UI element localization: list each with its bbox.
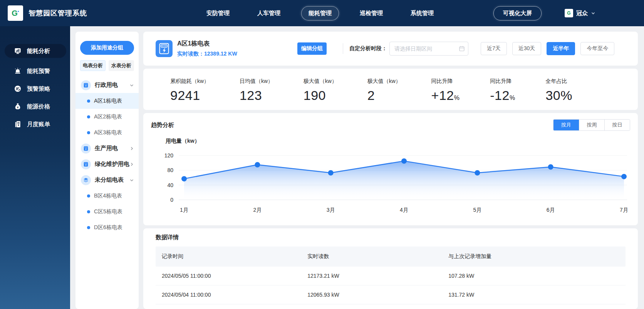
stat-value: 2 [367, 88, 401, 103]
meter-item-label: D区6栋电表 [94, 224, 122, 231]
table-body: 2024/05/05 11:00:0012173.21 kW107.28 kW2… [156, 267, 626, 304]
trend-tab[interactable]: 按月 [553, 120, 579, 130]
stat-item: 极大值（kw）2 [367, 78, 401, 103]
logo-icon: G▪ [12, 9, 19, 17]
sidebar-item[interactable]: 能耗分析 [5, 44, 66, 58]
edit-group-button[interactable]: 编辑分组 [297, 42, 327, 55]
period-label: 自定分析时段： [349, 45, 387, 52]
date-range-picker [389, 42, 468, 56]
meter-item[interactable]: A区3栋电表 [75, 125, 139, 140]
range-button[interactable]: 近半年 [547, 42, 575, 55]
meter-group-label: 未分组电表 [95, 176, 124, 184]
meter-item-label: A区1栋电表 [94, 98, 122, 105]
topbar: G▪ 智慧园区管理系统 安防管理人车管理能耗管理巡检管理系统管理 可视化大屏 G… [0, 0, 644, 26]
meter-icon [81, 144, 91, 154]
topbar-right: 可视化大屏 G 冠众 [493, 6, 644, 20]
meter-name: A区1栋电表 [177, 40, 273, 48]
stat-item: 极大值（kw）190 [304, 78, 337, 103]
trend-tab[interactable]: 按日 [604, 120, 630, 130]
data-point[interactable] [328, 170, 334, 176]
meter-info: A区1栋电表 实时读数：12389.12 KW [177, 40, 273, 57]
meter-item[interactable]: C区5栋电表 [75, 204, 139, 220]
stats-card: 累积能耗（kw）9241日均值（kw）123极大值（kw）190极大值（kw）2… [143, 69, 638, 110]
top-nav-item[interactable]: 人车管理 [250, 7, 287, 20]
meter-item-label: C区5栋电表 [94, 208, 122, 215]
stat-value: 30% [545, 88, 572, 103]
trend-title: 趋势分析 [151, 122, 174, 129]
table-header-cell: 与上次记录增加量 [442, 253, 626, 260]
dot-icon [87, 226, 90, 229]
sidebar: 能耗分析能耗预警预警策略¥能源价格¥月度账单 [0, 26, 70, 309]
stat-label: 同比升降 [431, 78, 460, 85]
app-logo: G▪ [8, 5, 23, 21]
main-column: A区1栋电表 实时读数：12389.12 KW 编辑分组 自定分析时段： 近7天… [143, 32, 638, 309]
table-cell: 107.28 kW [442, 273, 626, 279]
meter-group-label: 行政用电 [95, 81, 118, 89]
meter-group-label: 绿化维护用电 [95, 160, 129, 168]
add-group-button[interactable]: 添加用途分组 [80, 41, 134, 55]
svg-text:2月: 2月 [253, 207, 262, 213]
data-point[interactable] [255, 162, 260, 167]
sidebar-item[interactable]: 预警策略 [0, 82, 70, 96]
table-title: 数据详情 [156, 234, 626, 241]
stat-suffix: % [510, 95, 515, 101]
date-range-input[interactable] [389, 42, 468, 56]
meter-group[interactable]: 生产用电 [75, 140, 139, 156]
data-point[interactable] [181, 176, 187, 181]
data-point[interactable] [475, 170, 480, 176]
meter-item-label: A区3栋电表 [94, 129, 122, 136]
svg-text:80: 80 [167, 167, 173, 173]
meter-group[interactable]: 绿化维护用电 [75, 156, 139, 172]
top-nav-item[interactable]: 巡检管理 [353, 7, 390, 20]
top-nav: 安防管理人车管理能耗管理巡检管理系统管理 [200, 0, 441, 26]
svg-text:0: 0 [170, 197, 173, 203]
sidebar-item[interactable]: ¥月度账单 [0, 117, 70, 131]
big-screen-button[interactable]: 可视化大屏 [493, 6, 542, 20]
bill-icon: ¥ [14, 120, 22, 128]
dot-icon [87, 210, 90, 213]
meter-item[interactable]: D区6栋电表 [75, 220, 139, 235]
panel-tab[interactable]: 电表分析 [80, 60, 106, 71]
dot-icon [87, 131, 90, 134]
meter-group[interactable]: 未分组电表 [75, 172, 139, 188]
table-header-cell: 记录时间 [156, 253, 301, 260]
meter-item[interactable]: B区4栋电表 [75, 188, 139, 204]
data-point[interactable] [621, 174, 627, 179]
sidebar-item-label: 月度账单 [27, 121, 50, 128]
range-button[interactable]: 今年至今 [580, 42, 614, 55]
alarm-icon [14, 67, 22, 75]
stat-item: 累积能耗（kw）9241 [170, 78, 209, 103]
trend-card: 趋势分析 按月按周按日 用电量（kw） 040801201月2月3月4月5月6月… [143, 113, 638, 225]
sidebar-item-label: 能源价格 [27, 103, 50, 110]
top-nav-item[interactable]: 系统管理 [404, 7, 441, 20]
table-cell: 12065.93 kW [301, 292, 442, 298]
chevron-down-icon [129, 178, 134, 182]
stat-value: -12% [490, 88, 515, 103]
sidebar-menu: 能耗分析能耗预警预警策略¥能源价格¥月度账单 [0, 44, 70, 131]
stat-item: 日均值（kw）123 [240, 78, 273, 103]
top-nav-item[interactable]: 安防管理 [200, 7, 236, 20]
data-point[interactable] [401, 158, 407, 164]
top-nav-item[interactable]: 能耗管理 [301, 6, 339, 20]
meter-item-label: B区4栋电表 [94, 192, 122, 199]
svg-text:40: 40 [167, 182, 173, 188]
range-button[interactable]: 近7天 [481, 42, 507, 55]
panel-tab[interactable]: 水表分析 [109, 60, 134, 71]
sidebar-item[interactable]: 能耗预警 [0, 64, 70, 78]
trend-tab[interactable]: 按周 [579, 120, 604, 130]
dot-icon [87, 115, 90, 118]
data-point[interactable] [548, 164, 553, 170]
table-cell: 131.72 kW [442, 292, 626, 298]
range-button[interactable]: 近30天 [512, 42, 542, 55]
stat-label: 全年占比 [545, 78, 572, 85]
user-menu[interactable]: G 冠众 [565, 9, 595, 17]
meter-group[interactable]: 行政用电 [75, 77, 139, 93]
meter-item[interactable]: A区1栋电表 [75, 93, 139, 109]
calendar-icon [459, 46, 465, 52]
sidebar-item[interactable]: ¥能源价格 [0, 100, 70, 113]
stat-suffix: % [454, 95, 460, 101]
stat-label: 极大值（kw） [367, 78, 401, 85]
table-cell: 12173.21 kW [301, 273, 442, 279]
svg-text:4月: 4月 [400, 207, 408, 213]
meter-item[interactable]: A区2栋电表 [75, 109, 139, 125]
